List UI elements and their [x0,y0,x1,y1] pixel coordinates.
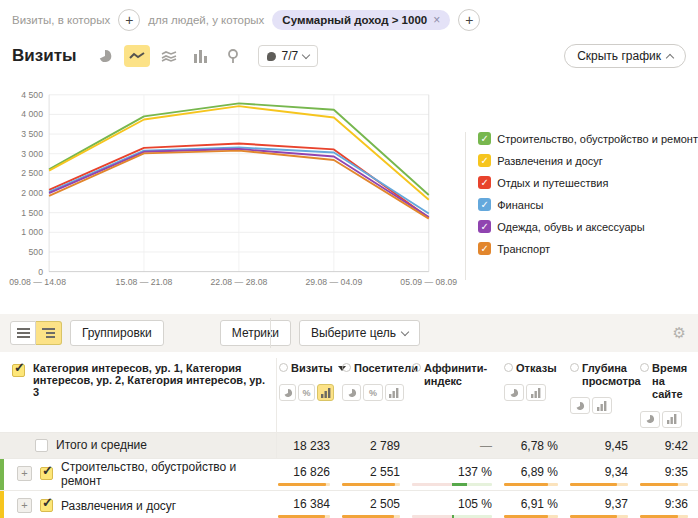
metric-toggle-percent-icon[interactable]: % [298,384,315,401]
filter-chip-label: Суммарный доход > 1000 [282,14,427,26]
expand-row-button[interactable]: + [17,498,32,513]
map-pin-chart-type-button[interactable] [220,45,246,67]
metric-cell-bounce: 6,91 % [502,491,568,518]
category-color-strip [0,491,4,518]
metric-column-label[interactable]: Визиты [291,362,333,375]
metric-cell-visitors: 2 505 [340,491,410,518]
x-axis-tick-label: 09.08 — 14.08 [9,277,66,287]
legend-checkbox-icon[interactable]: ✓ [478,176,491,189]
chart-header: Визиты [0,36,698,70]
metric-help-icon[interactable] [342,363,351,372]
legend-checkbox-icon[interactable]: ✓ [478,154,491,167]
metric-column-header[interactable]: Глубина просмотра [568,358,638,432]
legend-item[interactable]: ✓Строительство, обустройство и ремонт [478,132,698,145]
expand-row-button[interactable]: + [17,466,32,481]
chart-legend: ✓Строительство, обустройство и ремонт✓Ра… [465,132,698,280]
row-label[interactable]: Строительство, обустройство и ремонт [61,460,268,488]
y-axis-tick-label: 4 500 [21,90,43,100]
columns-chart-type-button[interactable] [188,45,214,67]
metric-column-header[interactable]: Отказы [502,358,568,432]
legend-label: Развлечения и досуг [497,155,603,167]
legend-checkbox-icon[interactable]: ✓ [478,242,491,255]
select-goal-dropdown[interactable]: Выберите цель [299,320,420,346]
metric-help-icon[interactable] [504,363,513,372]
visits-line-chart: 05001 0001 5002 0002 5003 0003 5004 0004… [4,72,465,310]
metric-toggle-bars-icon[interactable] [526,384,546,401]
row-checkbox[interactable] [40,467,53,480]
legend-checkbox-icon[interactable]: ✓ [478,220,491,233]
row-label[interactable]: Итого и средние [56,438,147,452]
metric-column-header[interactable]: Время на сайте [638,358,698,432]
metric-column-header[interactable]: Посетители% [340,358,410,432]
value-bar-track [278,515,330,518]
table-settings-gear-icon[interactable]: ⚙ [673,324,686,342]
legend-checkbox-icon[interactable]: ✓ [478,198,491,211]
value-bar-track [640,515,688,518]
row-label[interactable]: Развлечения и досуг [61,499,176,513]
metric-column-label[interactable]: Отказы [516,362,557,375]
legend-checkbox-icon[interactable]: ✓ [478,132,491,145]
metric-toggle-percent-icon[interactable]: % [363,384,382,401]
select-all-checkbox[interactable] [12,364,25,377]
dimension-cell: Итого и средние [0,433,276,458]
metric-column-header[interactable]: Аффинити-индекс [410,358,502,432]
x-axis-tick-label: 22.08 — 28.08 [211,277,268,287]
metric-cell-time: 9:35 [638,459,698,490]
filter-chip-close-icon[interactable]: × [433,13,440,27]
metric-value: 9,45 [570,439,628,453]
row-checkbox[interactable] [40,499,53,512]
segments-visible-dropdown[interactable]: 7/7 [258,45,318,67]
value-bar-track [570,515,628,518]
metric-column-header[interactable]: Визиты% [276,358,340,432]
add-people-condition-button[interactable]: + [458,9,480,31]
legend-label: Строительство, обустройство и ремонт [497,133,698,145]
metric-help-icon[interactable] [640,363,649,372]
value-bar-fill [570,515,617,518]
legend-item[interactable]: ✓Транспорт [478,242,698,255]
pie-chart-type-button[interactable] [92,45,118,67]
metric-column-label[interactable]: Время на сайте [652,362,692,402]
legend-item[interactable]: ✓Развлечения и досуг [478,154,698,167]
table-body: Итого и средние18 2332 789—6,78 %9,459:4… [0,432,698,518]
table-row[interactable]: +Строительство, обустройство и ремонт16 … [0,458,698,490]
metric-column-label[interactable]: Посетители [354,362,418,375]
metric-toggle-pie-icon[interactable] [342,384,361,401]
metric-cell-depth: 9,34 [568,459,638,490]
metric-column-label[interactable]: Глубина просмотра [582,362,641,388]
metric-value: 6,91 % [504,497,558,511]
metric-toggle-pie-icon[interactable] [570,397,590,414]
filter-chip-total-income[interactable]: Суммарный доход > 1000 × [272,10,450,30]
legend-item[interactable]: ✓Финансы [478,198,698,211]
row-checkbox[interactable] [35,439,48,452]
flat-list-view-button[interactable] [10,321,36,345]
metric-toggle-pie-icon[interactable] [279,384,296,401]
legend-item[interactable]: ✓Отдых и путешествия [478,176,698,189]
metric-toggle-pie-icon[interactable] [504,384,524,401]
metric-help-icon[interactable] [279,363,288,372]
metric-toggle-bars-icon[interactable] [317,384,334,401]
dimension-column-header[interactable]: Категория интересов, ур. 1, Категория ин… [0,358,276,432]
table-row[interactable]: Итого и средние18 2332 789—6,78 %9,459:4… [0,432,698,458]
table-row[interactable]: +Развлечения и досуг16 3842 505105 %6,91… [0,490,698,518]
value-bar-fill [570,483,617,486]
chart-title: Визиты [12,46,76,66]
line-chart-type-button[interactable] [124,45,150,67]
metric-toggle-pie-icon[interactable] [640,411,660,428]
tree-view-button[interactable] [36,321,62,345]
stacked-area-type-button[interactable] [156,45,182,67]
metric-column-label[interactable]: Аффинити-индекс [424,362,496,388]
hide-chart-button[interactable]: Скрыть график [564,44,686,68]
metric-help-icon[interactable] [570,363,579,372]
metric-help-icon[interactable] [412,363,421,372]
metric-cell-time: 9:36 [638,491,698,518]
groupings-button[interactable]: Группировки [70,320,164,346]
metric-toggle-bars-icon[interactable] [385,384,404,401]
metric-toggle-bars-icon[interactable] [662,411,682,428]
metric-value: 9,34 [570,465,628,479]
metric-value: 2 551 [342,465,400,479]
metrics-button[interactable]: Метрики [220,320,291,346]
add-visit-condition-button[interactable]: + [118,9,140,31]
table-toolbar: Группировки Метрики Выберите цель ⚙ [0,314,698,352]
legend-item[interactable]: ✓Одежда, обувь и аксессуары [478,220,698,233]
metric-toggle-bars-icon[interactable] [592,397,612,414]
